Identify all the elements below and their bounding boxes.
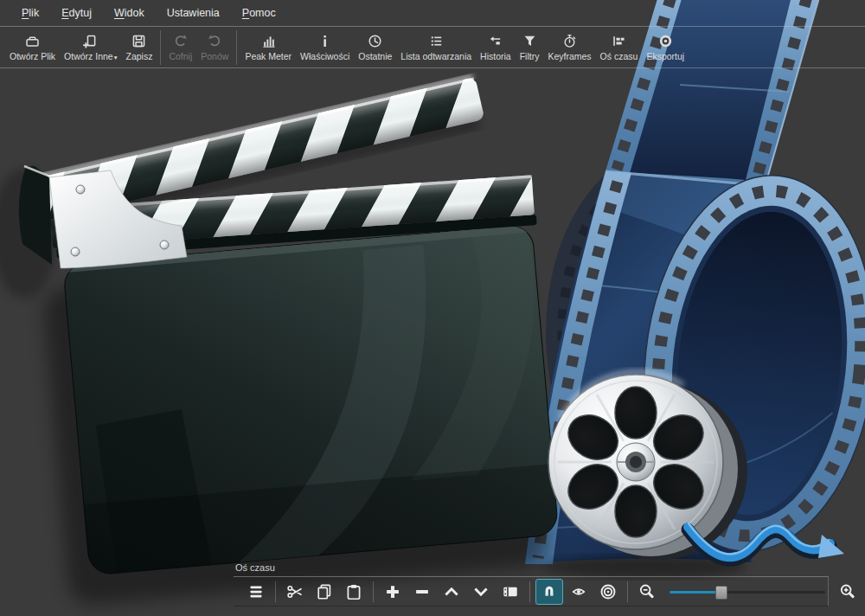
- split-button[interactable]: [497, 579, 524, 605]
- eye-scrub-icon: [569, 582, 588, 601]
- export-icon: [657, 33, 674, 49]
- minus-icon: [413, 582, 432, 601]
- recent-icon: [367, 33, 383, 49]
- lift-button[interactable]: [438, 579, 465, 605]
- playlist-icon: [428, 33, 445, 49]
- copy-button[interactable]: [311, 579, 338, 605]
- timeline-separator: [373, 581, 374, 602]
- undo-button[interactable]: Cofnij: [164, 31, 196, 63]
- timeline-zoom-slider[interactable]: [670, 585, 825, 599]
- copy-icon: [315, 582, 334, 601]
- timeline-separator: [627, 581, 628, 602]
- properties-button[interactable]: Właściwości: [296, 31, 354, 63]
- scissors-icon: [285, 582, 304, 601]
- timeline-toolbar: [234, 576, 829, 606]
- overwrite-button[interactable]: [467, 579, 495, 605]
- toolbar-separator: [160, 30, 161, 65]
- menu-widok[interactable]: Widok: [103, 3, 156, 23]
- plus-icon: [383, 582, 402, 601]
- scrub-while-dragging-toggle[interactable]: [565, 579, 593, 605]
- keyframes-icon: [561, 33, 578, 49]
- filters-button[interactable]: Filtry: [516, 31, 544, 63]
- open-file-button[interactable]: Otwórz Plik: [5, 31, 60, 63]
- slider-fill: [670, 591, 721, 594]
- zoom-out-icon: [638, 582, 657, 601]
- save-button[interactable]: Zapisz: [121, 31, 157, 63]
- open-other-button[interactable]: Otwórz Inne: [60, 31, 121, 63]
- menu-bar: Plik Edytuj Widok Ustawienia Pomoc: [0, 0, 865, 26]
- history-button[interactable]: Historia: [476, 31, 516, 63]
- zoom-out-button[interactable]: [633, 579, 661, 605]
- history-icon: [487, 33, 503, 49]
- append-button[interactable]: [379, 579, 407, 605]
- open-file-icon: [24, 33, 41, 49]
- properties-icon: [317, 33, 333, 49]
- hamburger-menu-icon: [247, 582, 266, 601]
- dropdown-caret-icon: [114, 51, 118, 61]
- chevron-up-icon: [442, 582, 461, 601]
- timeline-separator: [275, 581, 276, 602]
- peak-meter-button[interactable]: Peak Meter: [240, 31, 296, 63]
- magnet-icon: [540, 582, 559, 601]
- open-other-icon: [82, 33, 99, 49]
- slider-handle[interactable]: [715, 586, 727, 600]
- menu-plik[interactable]: Plik: [10, 3, 50, 23]
- export-button[interactable]: Eksportuj: [642, 31, 689, 63]
- timeline-button[interactable]: Oś czasu: [596, 31, 643, 63]
- playlist-button[interactable]: Lista odtwarzania: [396, 31, 476, 63]
- filters-icon: [522, 33, 538, 49]
- timeline-menu-button[interactable]: [242, 579, 270, 605]
- timeline-icon: [611, 33, 627, 49]
- main-toolbar: Otwórz Plik Otwórz Inne Zapisz Cofnij: [0, 27, 865, 67]
- paste-button[interactable]: [340, 579, 368, 605]
- redo-button[interactable]: Ponów: [196, 31, 233, 63]
- film-frame-icon: [501, 582, 520, 601]
- zoom-in-button[interactable]: [834, 579, 862, 605]
- chevron-down-icon: [471, 582, 490, 601]
- timeline-separator: [529, 581, 530, 602]
- zoom-in-icon: [838, 582, 857, 601]
- menu-ustawienia[interactable]: Ustawienia: [156, 3, 231, 23]
- cut-button[interactable]: [281, 579, 309, 605]
- toolbar-divider: [0, 67, 865, 68]
- save-icon: [131, 33, 147, 49]
- paste-icon: [344, 582, 363, 601]
- peak-meter-icon: [260, 33, 277, 49]
- toolbar-separator: [236, 30, 237, 65]
- recent-button[interactable]: Ostatnie: [354, 31, 396, 63]
- ripple-all-tracks-toggle[interactable]: [594, 579, 622, 605]
- undo-icon: [172, 33, 189, 49]
- keyframes-button[interactable]: Keyframes: [543, 31, 595, 63]
- movie-artwork: [0, 0, 865, 616]
- menu-edytuj[interactable]: Edytuj: [50, 3, 103, 23]
- redo-icon: [207, 33, 223, 49]
- target-circles-icon: [599, 582, 618, 601]
- clapperboard: [0, 74, 560, 606]
- timeline-panel-title: Oś czasu: [235, 562, 275, 573]
- menu-pomoc[interactable]: Pomoc: [231, 3, 287, 23]
- snap-toggle[interactable]: [535, 579, 563, 605]
- ripple-delete-button[interactable]: [408, 579, 436, 605]
